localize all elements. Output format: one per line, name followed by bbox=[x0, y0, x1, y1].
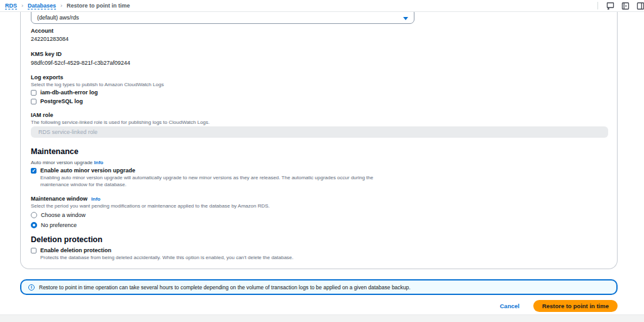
auto-minor-upgrade-row: Enable auto minor version upgrade bbox=[31, 167, 607, 174]
iam-role-input: RDS service-linked role bbox=[31, 126, 608, 138]
account-value: 242201283084 bbox=[31, 36, 607, 43]
info-banner-text: Restore to point in time operation can t… bbox=[39, 284, 411, 291]
footer-strip bbox=[0, 314, 644, 322]
info-banner: i Restore to point in time operation can… bbox=[20, 279, 618, 295]
restore-settings-card: (default) aws/rds Account 242201283084 K… bbox=[20, 12, 618, 269]
choose-a-window-radio[interactable] bbox=[31, 212, 37, 218]
cancel-button[interactable]: Cancel bbox=[500, 303, 519, 309]
breadcrumb-separator-icon: › bbox=[21, 3, 23, 9]
breadcrumb: RDS › Databases › Restore to point in ti… bbox=[5, 3, 130, 9]
checkbox-label: iam-db-auth-error log bbox=[40, 89, 98, 96]
iam-role-label: IAM role bbox=[31, 112, 607, 119]
breadcrumb-link-rds[interactable]: RDS bbox=[5, 3, 17, 9]
postgresql-log-checkbox[interactable] bbox=[31, 99, 36, 104]
deletion-protection-description: Protects the database from being deleted… bbox=[40, 254, 402, 261]
breadcrumb-separator-icon: › bbox=[60, 3, 62, 9]
form-actions: Cancel Restore to point in time bbox=[500, 300, 618, 312]
radio-label: No preference bbox=[41, 222, 77, 228]
auto-minor-version-upgrade-label: Auto minor version upgrade Info bbox=[31, 160, 607, 165]
auto-minor-upgrade-description: Enabling auto minor version upgrade will… bbox=[40, 174, 402, 188]
deletion-protection-row: Enable deletion protection bbox=[31, 247, 607, 254]
chevron-down-icon bbox=[403, 17, 408, 20]
field-label-text: Auto minor version upgrade bbox=[31, 160, 92, 165]
restore-to-point-in-time-button[interactable]: Restore to point in time bbox=[533, 300, 618, 312]
kms-key-id-value: 98dfc09f-52cf-4529-821f-c3b27af09244 bbox=[31, 60, 607, 67]
breadcrumb-bar: RDS › Databases › Restore to point in ti… bbox=[0, 0, 644, 12]
log-export-option-row: iam-db-auth-error log bbox=[31, 89, 607, 96]
breadcrumb-link-databases[interactable]: Databases bbox=[28, 3, 56, 9]
radio-label: Choose a window bbox=[41, 212, 86, 218]
maintenance-window-description: Select the period you want pending modif… bbox=[31, 203, 607, 209]
maintenance-heading: Maintenance bbox=[31, 147, 607, 157]
maintenance-window-option-row: No preference bbox=[31, 221, 607, 229]
header-divider bbox=[597, 2, 598, 9]
info-link[interactable]: Info bbox=[91, 196, 101, 203]
kms-key-select-value: (default) aws/rds bbox=[37, 14, 79, 21]
enable-deletion-protection-checkbox[interactable] bbox=[31, 248, 36, 253]
panel-toggle-icon[interactable] bbox=[636, 2, 644, 10]
header-icon-group bbox=[597, 2, 639, 10]
account-label: Account bbox=[31, 28, 607, 35]
log-export-option-row: PostgreSQL log bbox=[31, 97, 607, 105]
rds-restore-page: RDS › Databases › Restore to point in ti… bbox=[0, 0, 644, 322]
deletion-protection-heading: Deletion protection bbox=[31, 235, 607, 245]
checkbox-label: Enable auto minor version upgrade bbox=[40, 167, 135, 174]
iam-db-auth-error-log-checkbox[interactable] bbox=[31, 90, 36, 96]
info-link[interactable]: Info bbox=[94, 160, 104, 165]
breadcrumb-current-page: Restore to point in time bbox=[67, 3, 130, 9]
maintenance-window-label: Maintenance window Info bbox=[31, 196, 607, 203]
enable-auto-minor-version-upgrade-checkbox[interactable] bbox=[31, 168, 36, 174]
info-circle-icon: i bbox=[28, 284, 35, 291]
field-label-text: Maintenance window bbox=[31, 196, 87, 203]
no-preference-radio[interactable] bbox=[31, 222, 37, 228]
kms-key-select[interactable]: (default) aws/rds bbox=[31, 12, 414, 24]
iam-role-description: The following service-linked role is use… bbox=[31, 119, 607, 126]
checkbox-label: PostgreSQL log bbox=[40, 98, 83, 104]
log-exports-label: Log exports bbox=[31, 74, 607, 81]
checkbox-label: Enable deletion protection bbox=[40, 247, 111, 253]
maintenance-window-option-row: Choose a window bbox=[31, 211, 607, 219]
kms-key-id-label: KMS key ID bbox=[31, 51, 607, 58]
log-exports-description: Select the log types to publish to Amazo… bbox=[31, 81, 607, 88]
feedback-icon[interactable] bbox=[606, 2, 614, 10]
documentation-icon[interactable] bbox=[621, 2, 630, 10]
